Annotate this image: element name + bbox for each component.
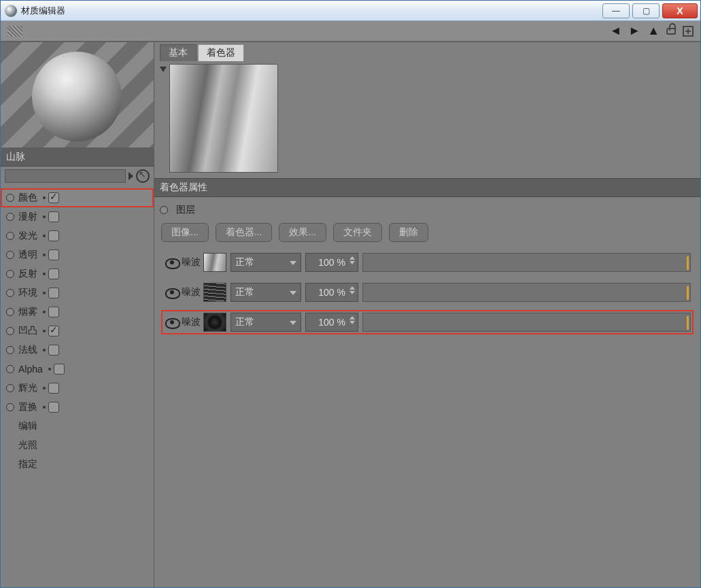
channel-radio-icon[interactable] bbox=[6, 384, 14, 392]
channel-row-normal[interactable]: 法线 bbox=[1, 341, 154, 360]
channel-radio-icon[interactable] bbox=[6, 270, 14, 278]
material-pick-icon[interactable] bbox=[136, 169, 150, 183]
effect-button[interactable]: 效果... bbox=[279, 223, 326, 242]
blend-mode-select[interactable]: 正常 bbox=[230, 283, 301, 302]
channel-checkbox[interactable] bbox=[48, 230, 59, 241]
channel-dot-icon bbox=[43, 349, 46, 351]
channel-checkbox[interactable] bbox=[48, 192, 59, 203]
layers-label: 图层 bbox=[176, 204, 195, 216]
layer-row[interactable]: 噪波正常100 % bbox=[161, 250, 694, 275]
channel-radio-icon[interactable] bbox=[6, 213, 14, 221]
channel-checkbox[interactable] bbox=[48, 307, 59, 317]
channel-row-diffuse[interactable]: 漫射 bbox=[1, 207, 154, 226]
channel-row-fog[interactable]: 烟雾 bbox=[1, 302, 154, 322]
maximize-button[interactable]: ▢ bbox=[632, 3, 660, 18]
blend-mode-select[interactable]: 正常 bbox=[230, 253, 301, 272]
channel-radio-icon[interactable] bbox=[6, 308, 14, 316]
collapse-icon[interactable] bbox=[160, 67, 167, 72]
channel-row-assign[interactable]: 指定 bbox=[1, 455, 154, 474]
channel-radio-icon[interactable] bbox=[6, 327, 14, 335]
new-tab-icon[interactable] bbox=[683, 26, 694, 37]
channel-label: 编辑 bbox=[18, 420, 37, 432]
layer-row[interactable]: 噪波正常100 % bbox=[161, 280, 694, 305]
layer-thumbnail[interactable] bbox=[203, 313, 226, 332]
layers-radio-icon[interactable] bbox=[160, 206, 168, 214]
minimize-button[interactable]: — bbox=[602, 3, 630, 18]
channel-radio-icon[interactable] bbox=[6, 346, 14, 354]
channel-row-displ[interactable]: 置换 bbox=[1, 398, 154, 417]
material-name-field[interactable]: 山脉 bbox=[1, 148, 154, 167]
shader-preview[interactable] bbox=[169, 64, 278, 173]
material-dropdown-icon[interactable] bbox=[129, 172, 133, 180]
opacity-field[interactable]: 100 % bbox=[305, 253, 358, 272]
channel-radio-icon[interactable] bbox=[6, 251, 14, 259]
layer-thumbnail[interactable] bbox=[203, 253, 226, 272]
image-button[interactable]: 图像... bbox=[161, 223, 209, 242]
channel-row-glow[interactable]: 辉光 bbox=[1, 379, 154, 398]
channel-checkbox[interactable] bbox=[48, 345, 59, 356]
opacity-field[interactable]: 100 % bbox=[305, 313, 358, 332]
stepper-up-icon[interactable] bbox=[349, 286, 355, 290]
channel-checkbox[interactable] bbox=[48, 326, 59, 336]
dock-handle-icon[interactable] bbox=[7, 26, 22, 37]
blend-mode-select[interactable]: 正常 bbox=[230, 313, 301, 332]
channel-row-transp[interactable]: 透明 bbox=[1, 245, 154, 264]
channel-row-env[interactable]: 环境 bbox=[1, 283, 154, 302]
channel-row-bump[interactable]: 凹凸 bbox=[1, 322, 154, 341]
stepper-down-icon[interactable] bbox=[349, 261, 355, 264]
material-slot[interactable] bbox=[5, 169, 126, 183]
opacity-field[interactable]: 100 % bbox=[305, 283, 358, 302]
layer-thumbnail[interactable] bbox=[203, 283, 226, 302]
lock-icon[interactable] bbox=[666, 28, 676, 35]
channel-row-lumin[interactable]: 发光 bbox=[1, 226, 154, 245]
channel-radio-icon[interactable] bbox=[6, 365, 14, 373]
titlebar: 材质编辑器 — ▢ X bbox=[1, 1, 700, 21]
sidebar: 山脉 颜色漫射发光透明反射环境烟雾凹凸法线Alpha辉光置换编辑光照指定 bbox=[1, 42, 154, 587]
stepper-up-icon[interactable] bbox=[349, 316, 355, 319]
close-button[interactable]: X bbox=[662, 3, 698, 18]
channel-checkbox[interactable] bbox=[48, 402, 59, 413]
channel-radio-icon[interactable] bbox=[6, 403, 14, 411]
channel-checkbox[interactable] bbox=[48, 383, 59, 394]
visibility-eye-icon[interactable] bbox=[164, 317, 179, 328]
opacity-slider[interactable] bbox=[362, 313, 691, 332]
channel-checkbox[interactable] bbox=[48, 211, 59, 222]
channel-checkbox[interactable] bbox=[48, 269, 59, 279]
prev-arrow-icon[interactable]: ◄ bbox=[610, 24, 622, 38]
channel-radio-icon[interactable] bbox=[6, 289, 14, 297]
visibility-eye-icon[interactable] bbox=[164, 257, 179, 268]
material-preview[interactable] bbox=[1, 42, 154, 148]
layers-area: 图层 图像... 着色器... 效果... 文件夹 删除 噪波正常100 %噪波… bbox=[154, 197, 700, 341]
up-arrow-icon[interactable]: ▲ bbox=[647, 24, 660, 38]
visibility-eye-icon[interactable] bbox=[164, 287, 179, 298]
stepper-down-icon[interactable] bbox=[349, 291, 355, 294]
tab-shader[interactable]: 着色器 bbox=[198, 44, 244, 61]
opacity-slider[interactable] bbox=[362, 253, 691, 272]
channel-checkbox[interactable] bbox=[48, 249, 59, 260]
channel-dot-icon bbox=[43, 254, 46, 256]
channel-row-color[interactable]: 颜色 bbox=[1, 188, 154, 207]
preview-sphere-icon bbox=[32, 52, 122, 141]
tab-basic[interactable]: 基本 bbox=[160, 44, 196, 61]
tab-bar: 基本 着色器 bbox=[154, 42, 700, 61]
channel-list: 颜色漫射发光透明反射环境烟雾凹凸法线Alpha辉光置换编辑光照指定 bbox=[1, 187, 154, 475]
channel-radio-icon[interactable] bbox=[6, 194, 14, 202]
folder-button[interactable]: 文件夹 bbox=[333, 223, 382, 242]
layer-name: 噪波 bbox=[182, 286, 201, 298]
delete-button[interactable]: 删除 bbox=[389, 223, 428, 242]
opacity-slider[interactable] bbox=[362, 283, 691, 302]
channel-row-illum[interactable]: 光照 bbox=[1, 436, 154, 455]
layer-row[interactable]: 噪波正常100 % bbox=[161, 310, 694, 334]
shader-button[interactable]: 着色器... bbox=[216, 223, 273, 242]
stepper-up-icon[interactable] bbox=[349, 256, 355, 260]
channel-checkbox[interactable] bbox=[54, 364, 65, 375]
stepper-down-icon[interactable] bbox=[349, 321, 355, 324]
channel-checkbox[interactable] bbox=[48, 288, 59, 298]
next-arrow-icon[interactable]: ► bbox=[628, 24, 640, 38]
channel-row-alpha[interactable]: Alpha bbox=[1, 360, 154, 379]
channel-row-reflect[interactable]: 反射 bbox=[1, 264, 154, 283]
channel-radio-icon[interactable] bbox=[6, 232, 14, 240]
channel-row-edit[interactable]: 编辑 bbox=[1, 417, 154, 436]
layers-label-row: 图层 bbox=[160, 204, 694, 216]
channel-label: Alpha bbox=[18, 364, 43, 375]
